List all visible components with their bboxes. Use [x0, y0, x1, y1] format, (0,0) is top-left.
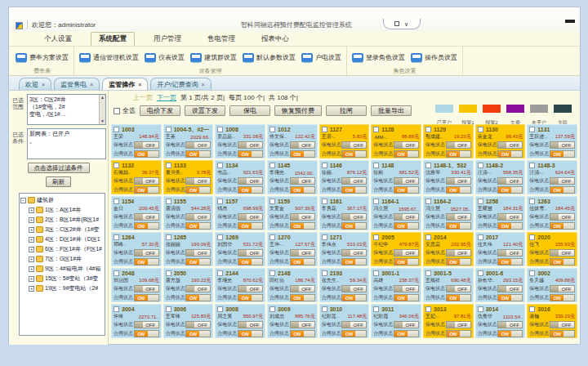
- room-card[interactable]: 1148-1、532沈雅琴330.41元保电状态OFF合闸状态ON: [423, 160, 474, 194]
- room-checkbox[interactable]: [114, 234, 119, 240]
- hezha-toggle[interactable]: ON: [185, 150, 211, 158]
- room-card[interactable]: 3010纪彩莲..117.48元保电状态OFF合闸状态ON: [319, 304, 370, 338]
- room-card[interactable]: 1161李秀花367.17元保电状态OFF合闸状态ON: [319, 196, 370, 230]
- room-card[interactable]: 1148-3汪清-..624.64元保电状态OFF合闸状态ON: [527, 160, 577, 194]
- room-card[interactable]: 2050唐方放190.22元保电状态OFF合闸状态ON: [163, 268, 214, 302]
- room-card[interactable]: 1155唐清德544.28元保电状态OFF合闸状态ON: [163, 196, 214, 230]
- hezha-toggle[interactable]: ON: [341, 222, 367, 230]
- room-checkbox[interactable]: [322, 270, 327, 276]
- hezha-toggle[interactable]: ON: [238, 150, 263, 158]
- room-checkbox[interactable]: [217, 270, 223, 276]
- chevron-down-icon[interactable]: ∨: [404, 21, 408, 27]
- hezha-toggle[interactable]: ON: [134, 294, 159, 301]
- room-card[interactable]: 3001-6孙长华..293.15元保电状态OFF合闸状态ON: [475, 268, 526, 302]
- hezha-toggle[interactable]: ON: [185, 258, 211, 266]
- room-card[interactable]: 2014安思花202.95元保电状态OFF合闸状态ON: [423, 232, 474, 266]
- room-checkbox[interactable]: [217, 306, 223, 312]
- room-card[interactable]: 3009刘成忠885.76元保电状态OFF合闸状态ON: [267, 304, 318, 338]
- baodian-toggle[interactable]: OFF: [290, 321, 315, 328]
- room-checkbox[interactable]: [425, 306, 431, 312]
- window-handle-control[interactable]: ∨: [383, 19, 421, 29]
- room-card[interactable]: 3013王妃-..97.81元保电状态OFF合闸状态ON: [423, 304, 474, 338]
- selected-range-listbox[interactable]: ▲ ▼ 3区：C区2#井（1#变电，2#变电，/区1#…: [27, 94, 106, 125]
- baodian-toggle[interactable]: OFF: [185, 249, 211, 257]
- hezha-toggle[interactable]: ON: [497, 294, 523, 301]
- hezha-toggle[interactable]: ON: [446, 150, 471, 158]
- baodian-toggle[interactable]: OFF: [446, 321, 471, 328]
- room-checkbox[interactable]: [478, 306, 483, 312]
- room-checkbox[interactable]: [270, 306, 275, 312]
- hezha-toggle[interactable]: ON: [185, 294, 211, 301]
- room-checkbox[interactable]: [478, 199, 483, 204]
- expand-icon[interactable]: +: [29, 247, 34, 252]
- doc-tab-1[interactable]: 监管售电×: [54, 78, 100, 90]
- select-all-checkbox[interactable]: [114, 108, 120, 114]
- hezha-toggle[interactable]: ON: [290, 186, 315, 194]
- room-card[interactable]: 1131王跃进..137.59元保电状态OFF合闸状态ON: [527, 124, 577, 158]
- tree-node[interactable]: +9区：4#箱电井（4#箱: [29, 264, 104, 274]
- baodian-toggle[interactable]: OFF: [497, 321, 523, 328]
- room-checkbox[interactable]: [217, 163, 223, 168]
- close-icon[interactable]: ×: [202, 82, 205, 87]
- hezha-toggle[interactable]: ON: [550, 186, 575, 194]
- baodian-toggle[interactable]: OFF: [341, 213, 367, 221]
- room-checkbox[interactable]: [322, 306, 327, 312]
- expand-icon[interactable]: +: [29, 227, 34, 233]
- expand-icon[interactable]: +: [29, 237, 34, 243]
- baodian-toggle[interactable]: OFF: [238, 321, 263, 328]
- room-checkbox[interactable]: [114, 127, 119, 132]
- hezha-toggle[interactable]: ON: [394, 294, 419, 301]
- room-card[interactable]: 3001-1高雄238.37元保电状态OFF合闸状态ON: [371, 268, 421, 302]
- room-checkbox[interactable]: [322, 234, 327, 240]
- room-card[interactable]: 1145李瑾光..1542.00..保电状态OFF合闸状态ON: [267, 160, 318, 194]
- baodian-toggle[interactable]: OFF: [238, 285, 263, 292]
- hezha-toggle[interactable]: ON: [238, 294, 263, 301]
- hezha-toggle[interactable]: ON: [238, 222, 263, 230]
- hezha-toggle[interactable]: ON: [341, 294, 367, 301]
- room-checkbox[interactable]: [373, 127, 379, 132]
- ribbon-button[interactable]: 登录角色设置: [350, 51, 407, 64]
- room-card[interactable]: 3001-5王顺祥690.48元保电状态OFF合闸状态ON: [423, 268, 474, 302]
- room-checkbox[interactable]: [529, 270, 535, 276]
- baodian-toggle[interactable]: OFF: [341, 285, 367, 292]
- hezha-toggle[interactable]: ON: [238, 330, 263, 337]
- expand-icon[interactable]: +: [29, 276, 34, 282]
- room-card[interactable]: 2148田红仙186.74元保电状态OFF合闸状态ON: [267, 268, 318, 302]
- baodian-toggle[interactable]: OFF: [341, 249, 367, 257]
- room-card[interactable]: 1146徐丽..876.12元保电状态OFF合闸状态ON: [319, 160, 370, 194]
- baodian-toggle[interactable]: OFF: [497, 285, 523, 292]
- baodian-toggle[interactable]: OFF: [134, 213, 159, 221]
- room-card[interactable]: 3006王军锋125.83元保电状态OFF合闸状态ON: [163, 304, 214, 338]
- ribbon-button[interactable]: 操作员设置: [409, 51, 459, 64]
- listbox-scrollbar[interactable]: ▲ ▼: [99, 95, 105, 124]
- room-checkbox[interactable]: [217, 234, 223, 240]
- toolbar-button-1[interactable]: 设置下发: [185, 105, 225, 116]
- baodian-toggle[interactable]: OFF: [185, 285, 211, 292]
- room-checkbox[interactable]: [166, 163, 172, 168]
- room-card[interactable]: 2193张先生..59.34元保电状态OFF合闸状态ON: [319, 268, 370, 302]
- room-checkbox[interactable]: [166, 306, 172, 312]
- room-checkbox[interactable]: [166, 199, 172, 204]
- hezha-toggle[interactable]: ON: [497, 150, 523, 158]
- close-icon[interactable]: ×: [90, 82, 93, 87]
- room-checkbox[interactable]: [478, 163, 483, 168]
- scroll-down-icon[interactable]: ▼: [100, 118, 105, 124]
- room-card[interactable]: 1271李伟永533.03元保电状态OFF合闸状态ON: [319, 232, 370, 266]
- hezha-toggle[interactable]: ON: [550, 330, 575, 337]
- baodian-toggle[interactable]: OFF: [290, 141, 315, 149]
- select-all-control[interactable]: 全选: [114, 106, 136, 115]
- refresh-button[interactable]: 刷新: [46, 176, 71, 187]
- hezha-toggle[interactable]: ON: [446, 294, 471, 301]
- hezha-toggle[interactable]: ON: [550, 258, 575, 266]
- baodian-toggle[interactable]: OFF: [550, 321, 575, 328]
- room-checkbox[interactable]: [373, 270, 379, 276]
- room-card[interactable]: 1164-2冯立慧3527.05..保电状态OFF合闸状态ON: [423, 196, 474, 230]
- prev-page-link[interactable]: 上一页: [133, 93, 153, 102]
- room-card[interactable]: 3011纪彩霞346.06元保电状态OFF合闸状态ON: [371, 304, 421, 338]
- tree-node[interactable]: +7区：G区1#井: [29, 254, 104, 264]
- tree-node[interactable]: +15区：5#变站（3#变: [29, 274, 104, 283]
- menu-item-1[interactable]: 系统配置: [91, 32, 135, 46]
- room-checkbox[interactable]: [529, 127, 535, 132]
- menu-item-0[interactable]: 个人设置: [37, 33, 79, 46]
- baodian-toggle[interactable]: OFF: [394, 177, 419, 185]
